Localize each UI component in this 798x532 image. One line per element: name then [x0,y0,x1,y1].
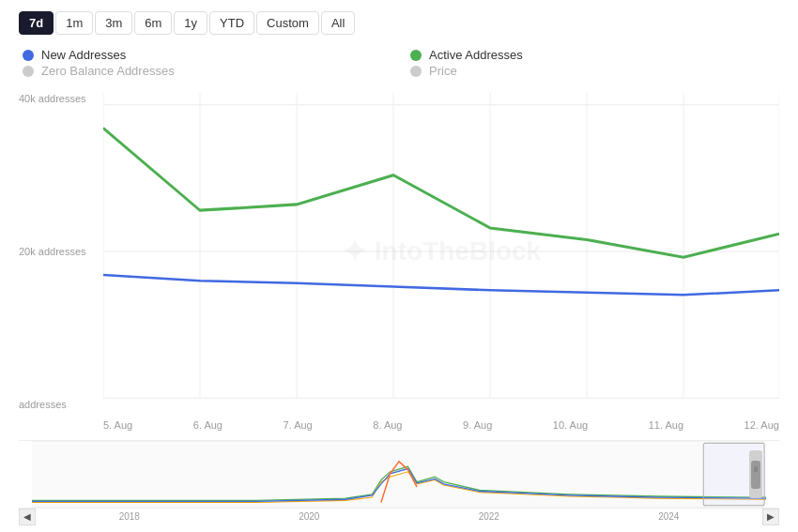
time-range-bar: 7d 1m 3m 6m 1y YTD Custom All [19,11,779,35]
legend-dot-price [410,66,422,77]
next-arrow[interactable]: ▶ [762,509,779,525]
time-btn-ytd[interactable]: YTD [209,11,254,35]
y-axis-labels: 40k addresses 20k addresses addresses [19,93,103,410]
mini-chart-container: ◀ 2018 2020 2022 2024 ▶ [19,440,779,524]
x-label-aug9: 9. Aug [463,419,492,431]
x-label-aug10: 10. Aug [553,419,588,431]
legend-label-zero-balance: Zero Balance Addresses [41,64,175,78]
legend-label-new-addresses: New Addresses [41,48,126,62]
x-label-aug7: 7. Aug [284,419,313,431]
mini-scrollbar[interactable] [749,450,762,498]
year-label-2018: 2018 [119,511,140,522]
legend-label-active-addresses: Active Addresses [429,48,523,62]
time-btn-1y[interactable]: 1y [174,11,207,35]
main-svg [103,93,779,410]
legend-item-active-addresses[interactable]: Active Addresses [410,48,779,62]
main-chart-area: 40k addresses 20k addresses addresses ✦ … [19,93,779,438]
legend-label-price: Price [429,64,457,78]
legend-item-price[interactable]: Price [410,64,779,78]
legend-dot-new-addresses [23,50,34,61]
legend-item-new-addresses[interactable]: New Addresses [23,48,391,62]
legend-item-zero-balance[interactable]: Zero Balance Addresses [23,64,391,78]
x-label-aug6: 6. Aug [193,419,223,431]
mini-svg [32,441,766,508]
legend-dot-zero-balance [23,66,34,77]
x-axis-labels: 5. Aug 6. Aug 7. Aug 8. Aug 9. Aug 10. A… [103,412,779,438]
legend-dot-active-addresses [410,50,422,61]
mini-scroll-thumb[interactable] [751,461,760,489]
x-label-aug11: 11. Aug [649,419,683,431]
x-label-aug5: 5. Aug [103,419,132,431]
time-btn-6m[interactable]: 6m [134,11,172,35]
chart-svg-container: ✦ IntoTheBlock [103,93,779,410]
x-label-aug8: 8. Aug [373,419,402,431]
y-label-20k: 20k addresses [19,246,103,257]
time-btn-all[interactable]: All [321,11,355,35]
year-label-2020: 2020 [299,511,319,522]
mini-nav-row: ◀ 2018 2020 2022 2024 ▶ [19,508,779,524]
scroll-thumb-icon [751,464,760,474]
year-labels: 2018 2020 2022 2024 [36,511,762,522]
year-label-2024: 2024 [658,511,679,522]
y-label-0: addresses [19,399,103,410]
new-addresses-line [103,275,779,295]
y-label-40k: 40k addresses [19,93,103,104]
time-btn-3m[interactable]: 3m [95,11,132,35]
main-chart: 40k addresses 20k addresses addresses ✦ … [19,93,779,438]
time-btn-custom[interactable]: Custom [256,11,319,35]
active-addresses-line [103,129,779,258]
main-container: 7d 1m 3m 6m 1y YTD Custom All New Addres… [0,0,798,532]
legend: New Addresses Active Addresses Zero Bala… [19,48,779,78]
x-label-aug12: 12. Aug [744,419,779,431]
mini-chart-inner [32,441,766,508]
year-label-2022: 2022 [479,511,499,522]
time-btn-7d[interactable]: 7d [19,11,54,35]
prev-arrow[interactable]: ◀ [19,509,36,525]
time-btn-1m[interactable]: 1m [55,11,93,35]
